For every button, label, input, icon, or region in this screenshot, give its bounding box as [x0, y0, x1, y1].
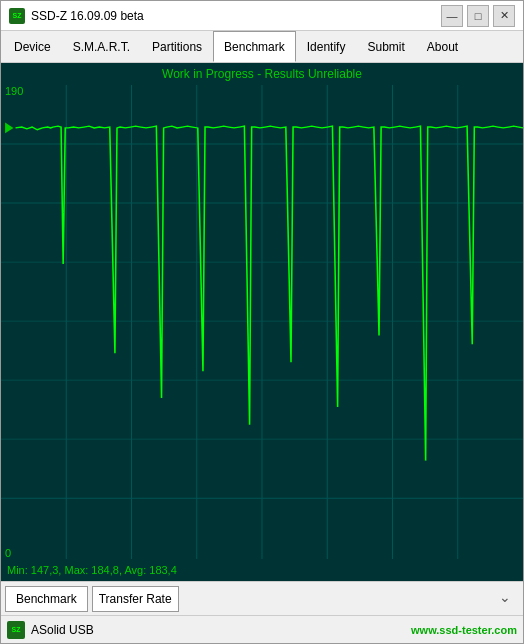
chart-grid [1, 85, 523, 559]
benchmark-button[interactable]: Benchmark [5, 586, 88, 612]
device-name: ASolid USB [31, 623, 405, 637]
app-icon: SZ [9, 8, 25, 24]
website-url: www.ssd-tester.com [411, 624, 517, 636]
transfer-rate-dropdown-wrapper: Transfer Rate IOPS Latency [92, 586, 519, 612]
close-button[interactable]: ✕ [493, 5, 515, 27]
menu-submit[interactable]: Submit [356, 31, 415, 62]
chart-area: Work in Progress - Results Unreliable 19… [1, 63, 523, 581]
menu-device[interactable]: Device [3, 31, 62, 62]
chart-footer: Min: 147,3, Max: 184,8, Avg: 183,4 [1, 559, 523, 581]
bottom-toolbar: Benchmark Transfer Rate IOPS Latency [1, 581, 523, 615]
minimize-button[interactable]: — [441, 5, 463, 27]
title-bar: SZ SSD-Z 16.09.09 beta — □ ✕ [1, 1, 523, 31]
menu-partitions[interactable]: Partitions [141, 31, 213, 62]
window-title: SSD-Z 16.09.09 beta [31, 9, 441, 23]
svg-marker-14 [5, 123, 13, 134]
maximize-button[interactable]: □ [467, 5, 489, 27]
status-bar: SZ ASolid USB www.ssd-tester.com [1, 615, 523, 643]
chart-header: Work in Progress - Results Unreliable [1, 63, 523, 85]
menu-benchmark[interactable]: Benchmark [213, 31, 296, 62]
main-window: SZ SSD-Z 16.09.09 beta — □ ✕ Device S.M.… [0, 0, 524, 644]
transfer-rate-dropdown[interactable]: Transfer Rate IOPS Latency [92, 586, 179, 612]
menu-smart[interactable]: S.M.A.R.T. [62, 31, 141, 62]
menu-bar: Device S.M.A.R.T. Partitions Benchmark I… [1, 31, 523, 63]
status-icon: SZ [7, 621, 25, 639]
menu-identify[interactable]: Identify [296, 31, 357, 62]
window-controls: — □ ✕ [441, 5, 515, 27]
menu-about[interactable]: About [416, 31, 469, 62]
